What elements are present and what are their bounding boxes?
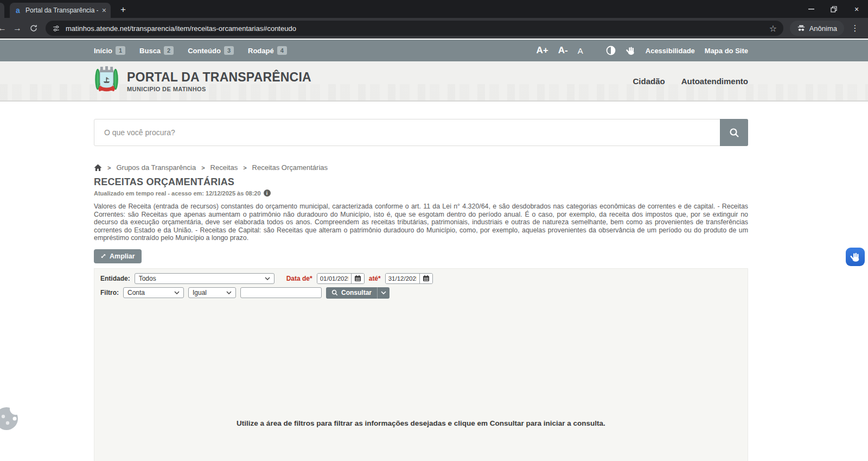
background-tab-fragment[interactable]: [0, 3, 4, 18]
site-favicon-icon: a: [14, 7, 22, 14]
shortcut-badge: 4: [277, 46, 287, 55]
cookie-icon: [0, 404, 21, 432]
results-placeholder-message: Utilize a área de filtros para filtrar a…: [100, 419, 742, 427]
filter-operator-select[interactable]: Igual: [188, 287, 236, 298]
breadcrumb: > Grupos da Transparência > Receitas > R…: [94, 163, 748, 172]
tab-close-icon[interactable]: ×: [102, 7, 106, 14]
close-window-icon[interactable]: ×: [845, 0, 868, 18]
breadcrumb-item-grupos[interactable]: Grupos da Transparência: [116, 163, 196, 172]
page-description: Valores de Receita (entrada de recursos)…: [94, 203, 748, 242]
libras-hand-icon: [850, 251, 861, 263]
minimize-icon[interactable]: [800, 0, 822, 18]
entity-label: Entidade:: [100, 275, 130, 282]
site-header: PORTAL DA TRANSPARÊNCIA MUNICIPIO DE MAT…: [0, 61, 868, 102]
libras-hand-icon[interactable]: [626, 46, 636, 56]
font-increase-button[interactable]: A+: [537, 45, 548, 56]
back-icon[interactable]: ←: [0, 22, 9, 35]
date-to-group: [385, 273, 433, 284]
new-tab-button[interactable]: +: [116, 4, 130, 16]
browser-tab-strip: a Portal da Transparência - MUNI × + ×: [0, 0, 868, 18]
shortcut-badge: 1: [116, 46, 125, 55]
reload-icon[interactable]: [27, 22, 40, 35]
incognito-icon: [797, 24, 806, 32]
coat-of-arms-icon: [94, 66, 119, 96]
vlibras-button[interactable]: [846, 248, 865, 266]
portal-title: PORTAL DA TRANSPARÊNCIA: [127, 70, 311, 85]
entity-select[interactable]: Todos: [135, 273, 275, 284]
nav-item-busca[interactable]: Busca 2: [139, 46, 174, 55]
page-title: RECEITAS ORÇAMENTÁRIAS: [94, 176, 868, 188]
font-decrease-button[interactable]: A-: [558, 45, 568, 56]
citizen-link[interactable]: Cidadão: [633, 77, 665, 86]
incognito-badge: Anônima: [790, 21, 844, 36]
consult-options-button[interactable]: [378, 287, 390, 299]
breadcrumb-item-receitas[interactable]: Receitas: [210, 163, 238, 172]
date-from-group: [317, 273, 365, 284]
shortcut-badge: 2: [164, 46, 174, 55]
site-info-icon[interactable]: [52, 24, 60, 33]
consult-button-group: Consultar: [326, 287, 390, 299]
chevron-down-icon: [226, 291, 232, 294]
filter-field-select[interactable]: Conta: [123, 287, 184, 298]
bookmark-star-icon[interactable]: ☆: [769, 23, 777, 34]
chevron-down-icon: [265, 277, 270, 280]
sitemap-link[interactable]: Mapa do Site: [705, 47, 748, 55]
expand-button[interactable]: Ampliar: [94, 249, 142, 263]
search-icon: [331, 289, 338, 296]
nav-item-rodape[interactable]: Rodapé 4: [248, 46, 287, 55]
forward-icon[interactable]: →: [11, 22, 24, 35]
date-to-input[interactable]: [386, 274, 419, 283]
chevron-down-icon: [174, 291, 180, 294]
font-reset-button[interactable]: A: [578, 46, 583, 55]
incognito-label: Anônima: [809, 24, 837, 33]
filter-panel: Entidade: Todos Data de* até*: [94, 268, 748, 461]
date-to-label: até*: [369, 275, 381, 282]
tab-title: Portal da Transparência - MUNI: [25, 7, 98, 14]
accessibility-nav-bar: Início 1 Busca 2 Conteúdo 3 Rodapé 4 A+ …: [0, 40, 868, 61]
shortcut-badge: 3: [224, 46, 234, 55]
browser-tab[interactable]: a Portal da Transparência - MUNI ×: [10, 3, 111, 18]
calendar-icon: [423, 275, 430, 282]
filter-label: Filtro:: [100, 289, 119, 296]
filter-value-input[interactable]: [240, 287, 322, 298]
self-service-link[interactable]: Autoatendimento: [681, 77, 748, 86]
date-from-label: Data de*: [286, 275, 312, 282]
portal-subtitle: MUNICIPIO DE MATINHOS: [127, 86, 311, 92]
cookie-consent-button[interactable]: [0, 404, 21, 432]
browser-toolbar: ← → matinhos.atende.net/transparencia/it…: [0, 18, 868, 39]
nav-item-conteudo[interactable]: Conteúdo 3: [188, 46, 234, 55]
browser-menu-icon[interactable]: ⋮: [848, 22, 861, 35]
nav-item-inicio[interactable]: Início 1: [94, 46, 125, 55]
date-to-calendar-button[interactable]: [419, 274, 432, 283]
window-controls: ×: [800, 0, 868, 18]
consult-button[interactable]: Consultar: [326, 287, 377, 299]
contrast-icon[interactable]: [606, 46, 616, 55]
url-text[interactable]: matinhos.atende.net/transparencia/item/r…: [66, 24, 764, 33]
chevron-down-icon: [381, 291, 386, 294]
search-icon: [729, 128, 739, 138]
site-search: [94, 119, 748, 146]
restore-window-icon[interactable]: [822, 0, 845, 18]
info-icon[interactable]: i: [264, 190, 271, 197]
search-input[interactable]: [94, 119, 748, 146]
breadcrumb-item-receitas-orcamentarias[interactable]: Receitas Orçamentárias: [252, 163, 328, 172]
date-from-calendar-button[interactable]: [351, 274, 364, 283]
portal-logo[interactable]: PORTAL DA TRANSPARÊNCIA MUNICIPIO DE MAT…: [94, 66, 311, 96]
url-bar[interactable]: matinhos.atende.net/transparencia/item/r…: [46, 21, 783, 36]
calendar-icon: [354, 275, 361, 282]
search-button[interactable]: [720, 119, 748, 146]
expand-icon: [100, 253, 106, 259]
accessibility-link[interactable]: Acessibilidade: [646, 47, 695, 55]
updated-status: Atualizado em tempo real - acesso em: 12…: [94, 190, 868, 197]
date-from-input[interactable]: [317, 274, 351, 283]
home-icon[interactable]: [94, 164, 102, 172]
